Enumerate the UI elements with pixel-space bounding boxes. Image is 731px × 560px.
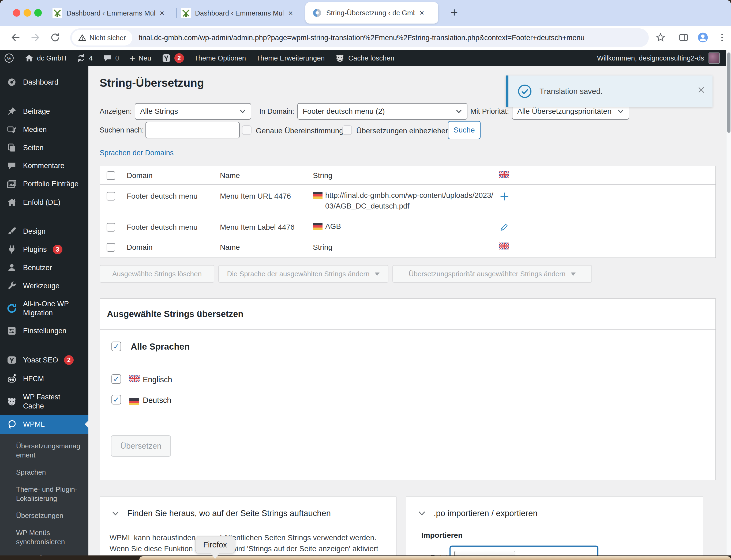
wp-sidebar: Dashboard Beiträge Medien Seiten Komment…: [0, 66, 88, 560]
admin-bar-theme-options[interactable]: Theme Optionen: [194, 54, 246, 62]
address-bar[interactable]: Nicht sicher final.dc-gmbh.com/wp-admin/…: [70, 28, 649, 47]
zoom-window-button[interactable]: [34, 9, 42, 17]
sidebar-item-tools[interactable]: Werkzeuge: [0, 277, 88, 295]
yoast-icon: [6, 355, 17, 365]
page-scrollbar[interactable]: [726, 50, 731, 560]
admin-bar-theme-extensions[interactable]: Theme Erweiterungen: [256, 54, 325, 62]
browser-tab-2[interactable]: Dashboard ‹ Emmerams Mühl ×: [181, 5, 302, 21]
submenu-item-languages[interactable]: Sprachen: [0, 464, 88, 481]
tab-close-icon[interactable]: ×: [420, 8, 424, 17]
change-priority-dropdown[interactable]: Übersetzungspriorität ausgewählter Strin…: [393, 265, 592, 283]
row-string: http://final.dc-gmbh.com/wp-content/uplo…: [313, 190, 495, 211]
uk-flag-icon: [499, 171, 509, 180]
edit-translation-icon[interactable]: [499, 222, 510, 233]
tab-close-icon[interactable]: ×: [288, 9, 293, 18]
row-domain: Footer deutsch menu: [127, 223, 198, 232]
submenu-item-theme-plugin-localization[interactable]: Theme- und Plugin-Lokalisierung: [0, 481, 88, 507]
select-all-checkbox[interactable]: [107, 171, 115, 180]
minimize-window-button[interactable]: [24, 9, 31, 17]
exact-match-label: Genaue Übereinstimmung: [256, 127, 343, 135]
profile-avatar-icon[interactable]: [696, 31, 709, 44]
sidebar-item-yoast[interactable]: Yoast SEO 2: [0, 351, 88, 369]
page-title: String-Übersetzung: [100, 77, 204, 89]
sidebar-item-enfold[interactable]: Enfold (DE): [0, 193, 88, 211]
bookmark-star-icon[interactable]: [654, 31, 667, 44]
welcome-text[interactable]: Willkommen, designconsulting2-ds: [597, 54, 704, 62]
forward-icon[interactable]: [29, 31, 42, 44]
wpml-submenu: Übersetzungsmanagement Sprachen Theme- u…: [0, 434, 88, 560]
show-select[interactable]: Alle Strings: [135, 103, 251, 120]
wp-logo-icon[interactable]: W: [4, 53, 14, 63]
collapse-chevron-icon[interactable]: [418, 511, 426, 516]
sidebar-item-design[interactable]: Design: [0, 222, 88, 240]
tab-close-icon[interactable]: ×: [160, 9, 164, 18]
sidebar-item-plugins[interactable]: Plugins 3: [0, 240, 88, 259]
cheetah-icon: [6, 396, 17, 407]
admin-bar-clear-cache[interactable]: Cache löschen: [335, 53, 394, 63]
toast-close-icon[interactable]: [697, 86, 706, 95]
sidebar-item-settings[interactable]: Einstellungen: [0, 322, 88, 340]
po-panel-title[interactable]: .po importieren / exportieren: [434, 509, 538, 518]
submenu-item-translations[interactable]: Übersetzungen: [0, 507, 88, 524]
change-priority-label: Übersetzungspriorität ausgewählter Strin…: [409, 270, 566, 278]
domain-select-value: Footer deutsch menu (2): [303, 107, 385, 116]
sidebar-item-portfolio[interactable]: Portfolio Einträge: [0, 175, 88, 193]
side-panel-icon[interactable]: [677, 31, 690, 44]
domain-select[interactable]: Footer deutsch menu (2): [297, 103, 468, 120]
select-all-checkbox[interactable]: [107, 243, 115, 252]
change-language-dropdown[interactable]: Die Sprache der ausgewählten Strings änd…: [218, 265, 389, 283]
sidebar-item-wp-fastest-cache[interactable]: WP Fastest Cache: [0, 388, 88, 415]
domain-languages-link[interactable]: Sprachen der Domains: [100, 149, 173, 157]
home-icon: [25, 54, 34, 63]
delete-selected-button[interactable]: Ausgewählte Strings löschen: [100, 265, 214, 283]
sidebar-item-hfcm[interactable]: HFCM: [0, 369, 88, 388]
exact-match-checkbox[interactable]: [242, 125, 251, 135]
submenu-item-translation-management[interactable]: Übersetzungsmanagement: [0, 437, 88, 464]
row-checkbox[interactable]: [107, 192, 115, 200]
new-tab-button[interactable]: +: [447, 5, 462, 20]
admin-bar-yoast[interactable]: 2: [161, 53, 184, 63]
search-button[interactable]: Suche: [448, 121, 481, 139]
domain-label: In Domain:: [259, 103, 294, 120]
sidebar-item-dashboard[interactable]: Dashboard: [0, 73, 88, 92]
find-strings-title[interactable]: Finden Sie heraus, wo auf der Seite Stri…: [127, 509, 331, 518]
admin-bar-new[interactable]: + Neu: [129, 54, 151, 62]
sidebar-item-posts[interactable]: Beiträge: [0, 102, 88, 120]
sidebar-item-pages[interactable]: Seiten: [0, 139, 88, 157]
submenu-item-sync-menus[interactable]: WP Menüs synchronisieren: [0, 524, 88, 550]
row-checkbox[interactable]: [107, 223, 115, 232]
scrollbar-thumb[interactable]: [727, 52, 730, 133]
yoast-icon: [161, 53, 171, 63]
admin-bar-site-link[interactable]: dc GmbH: [25, 54, 66, 63]
sidebar-item-wpml[interactable]: WPML: [0, 415, 88, 434]
english-checkbox[interactable]: ✓: [111, 374, 121, 384]
sidebar-item-comments[interactable]: Kommentare: [0, 157, 88, 175]
sidebar-item-media[interactable]: Medien: [0, 120, 88, 139]
sidebar-item-label: Design: [23, 227, 46, 236]
close-window-button[interactable]: [13, 9, 20, 17]
search-input[interactable]: [145, 122, 240, 138]
browser-tab-1[interactable]: Dashboard ‹ Emmerams Mühl ×: [52, 5, 173, 21]
reload-icon[interactable]: [49, 31, 62, 44]
dropdown-arrow-icon: [571, 273, 576, 278]
browser-tab-active[interactable]: String-Übersetzung ‹ dc Gmb ×: [305, 2, 438, 24]
translate-button[interactable]: Übersetzen: [111, 435, 171, 457]
sidebar-item-users[interactable]: Benutzer: [0, 259, 88, 277]
collapse-chevron-icon[interactable]: [112, 511, 119, 516]
german-checkbox[interactable]: ✓: [111, 395, 121, 404]
sidebar-item-label: Werkzeuge: [23, 281, 59, 290]
portfolio-icon: [6, 179, 17, 189]
all-languages-checkbox[interactable]: ✓: [111, 342, 121, 351]
admin-bar-updates[interactable]: 4: [77, 54, 93, 63]
user-avatar[interactable]: [709, 52, 720, 64]
include-translations-checkbox[interactable]: [342, 125, 352, 135]
yoast-badge: 2: [174, 53, 184, 63]
browser-menu-icon[interactable]: [716, 31, 729, 44]
back-icon[interactable]: [9, 31, 22, 44]
site-security-chip[interactable]: Nicht sicher: [72, 30, 132, 46]
plugin-icon: [6, 245, 17, 254]
pin-icon: [6, 107, 17, 116]
admin-bar-comments[interactable]: 0: [103, 54, 119, 63]
add-translation-icon[interactable]: [499, 191, 510, 202]
sidebar-item-aio-migration[interactable]: All-in-One WP Migration: [0, 295, 88, 322]
